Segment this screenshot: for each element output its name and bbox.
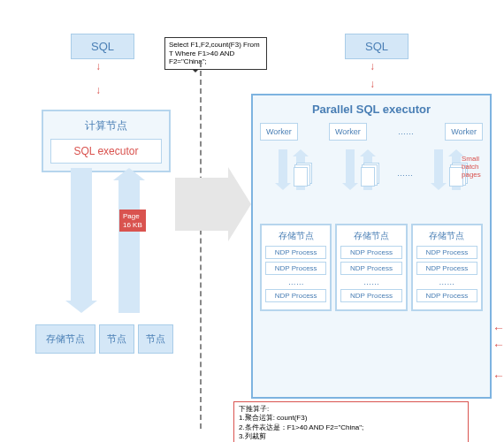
storage-node: 存储节点 (35, 324, 95, 354)
worker-box: Worker (329, 123, 367, 141)
pushdown-operators-box: 下推算子: 1.聚合运算: count(F3) 2.条件表达是：F1>40 AN… (233, 401, 469, 442)
small-batch-label: Small batch pages (462, 156, 492, 179)
ellipsis: …… (340, 278, 401, 286)
arrow-left-icon: ← (493, 321, 504, 335)
arrow-down-icon: ↓ (95, 84, 101, 96)
arrow-down-icon (279, 149, 287, 183)
storage-column: 存储节点 NDP Process NDP Process …… NDP Proc… (335, 224, 407, 311)
pushdown-line: 2.条件表达是：F1>40 AND F2="China"; (239, 423, 463, 432)
divider-line (200, 62, 202, 429)
right-sql-node: SQL (345, 34, 409, 59)
arrow-left-icon: ← (493, 338, 504, 352)
arrow-left-icon: ← (493, 369, 504, 383)
ndp-process: NDP Process (340, 262, 401, 275)
worker-arrows-row: …… (260, 149, 483, 197)
page-stack-icon (294, 167, 308, 187)
ndp-process: NDP Process (265, 289, 326, 302)
storage-column: 存储节点 NDP Process NDP Process …… NDP Proc… (260, 224, 332, 311)
arrow-down-icon: ↓ (95, 60, 101, 72)
worker-row: Worker Worker …… Worker (260, 123, 483, 141)
compute-node-box: 计算节点 SQL executor (42, 110, 171, 172)
storage-column: 存储节点 NDP Process NDP Process …… NDP Proc… (411, 224, 483, 311)
ndp-process: NDP Process (340, 246, 401, 259)
storage-node: 节点 (99, 324, 134, 354)
ndp-process: NDP Process (265, 246, 326, 259)
ndp-process: NDP Process (416, 246, 477, 259)
page-size-label: Page 16 KB (119, 210, 146, 232)
worker-box: Worker (260, 123, 298, 141)
ndp-process: NDP Process (416, 262, 477, 275)
storage-title: 存储节点 (416, 230, 477, 242)
compute-node-title: 计算节点 (50, 118, 162, 133)
arrow-down-icon (434, 149, 443, 183)
pushdown-line: 1.聚合运算: count(F3) (239, 414, 463, 423)
arrow-down-icon: ↓ (370, 60, 375, 72)
ellipsis: …… (265, 278, 326, 286)
storage-title: 存储节点 (265, 230, 326, 242)
ndp-process: NDP Process (265, 262, 326, 275)
transition-arrow-icon (175, 178, 228, 231)
page-stack-icon (361, 167, 375, 187)
parallel-executor-panel: Parallel SQL executor Worker Worker …… W… (251, 94, 492, 399)
ellipsis: …… (416, 278, 477, 286)
pushdown-line: 3.列裁剪 (239, 432, 463, 441)
ndp-process: NDP Process (340, 289, 401, 302)
arrow-down-icon (346, 149, 355, 183)
data-up-arrow (118, 180, 140, 313)
storage-row: 存储节点 NDP Process NDP Process …… NDP Proc… (260, 224, 483, 311)
ellipsis: …… (398, 127, 414, 136)
pushdown-title: 下推算子: (239, 405, 463, 414)
storage-node: 节点 (138, 324, 173, 354)
data-down-arrow (71, 168, 92, 301)
parallel-title: Parallel SQL executor (260, 103, 483, 116)
ellipsis: …… (397, 169, 413, 178)
storage-title: 存储节点 (340, 230, 401, 242)
sql-query-bubble: Select F1,F2,count(F3) From T Where F1>4… (164, 37, 267, 70)
sql-executor-box: SQL executor (50, 139, 162, 164)
ndp-process: NDP Process (416, 289, 477, 302)
worker-box: Worker (445, 123, 483, 141)
arrow-down-icon: ↓ (370, 78, 375, 90)
left-sql-node: SQL (71, 34, 134, 59)
